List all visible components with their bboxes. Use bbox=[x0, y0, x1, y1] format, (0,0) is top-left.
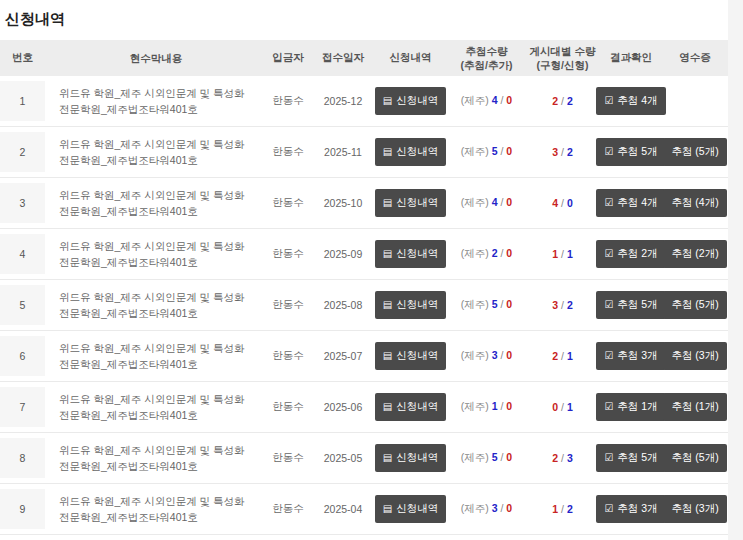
apply-detail-button-label: 신청내역 bbox=[396, 400, 438, 414]
lottery-count: 5 bbox=[492, 451, 498, 463]
table-row: 3 위드유 학원_제주 시외인문계 및 특성화 전문학원_제주법조타워401호 … bbox=[0, 178, 728, 229]
new-type-count: 2 bbox=[567, 299, 573, 311]
checkbox-checked-icon: ☑ bbox=[604, 504, 613, 514]
lottery-count: 1 bbox=[492, 400, 498, 412]
depositor: 한동수 bbox=[263, 76, 313, 126]
region-label: (제주) bbox=[461, 502, 489, 514]
lottery-quantity: (제주) 3 / 0 bbox=[448, 484, 525, 534]
apply-detail-button-label: 신청내역 bbox=[396, 349, 438, 363]
lottery-quantity: (제주) 4 / 0 bbox=[448, 178, 525, 228]
extra-count: 0 bbox=[506, 94, 512, 106]
result-check-button[interactable]: ☑ 추첨 5개 bbox=[596, 291, 665, 319]
result-check-button[interactable]: ☑ 추첨 4개 bbox=[596, 87, 665, 115]
separator: / bbox=[561, 452, 564, 464]
result-check-button-label: 추첨 5개 bbox=[617, 145, 657, 159]
region-label: (제주) bbox=[461, 400, 489, 412]
banner-content: 위드유 학원_제주 시외인문계 및 특성화 전문학원_제주법조타워401호 bbox=[45, 382, 263, 432]
header-board-line1: 게시대별 수량 bbox=[530, 44, 596, 58]
apply-detail-button[interactable]: ▤ 신청내역 bbox=[375, 291, 446, 319]
checkbox-checked-icon: ☑ bbox=[604, 249, 613, 259]
result-check-button[interactable]: ☑ 추첨 1개 bbox=[596, 393, 665, 421]
receipt-date: 2025-05 bbox=[313, 433, 373, 483]
row-number: 7 bbox=[0, 387, 45, 427]
apply-detail-button-label: 신청내역 bbox=[396, 145, 438, 159]
apply-detail-button[interactable]: ▤ 신청내역 bbox=[375, 495, 446, 523]
apply-detail-button[interactable]: ▤ 신청내역 bbox=[375, 138, 446, 166]
lottery-count: 5 bbox=[492, 298, 498, 310]
table-body: 1 위드유 학원_제주 시외인문계 및 특성화 전문학원_제주법조타워401호 … bbox=[0, 76, 728, 535]
depositor: 한동수 bbox=[263, 484, 313, 534]
receipt-button[interactable]: 추첨 (3개) bbox=[663, 495, 726, 523]
region-label: (제주) bbox=[461, 145, 489, 157]
new-type-count: 2 bbox=[567, 146, 573, 158]
separator: / bbox=[501, 247, 504, 259]
header-date: 접수일자 bbox=[313, 51, 373, 65]
checkbox-checked-icon: ☑ bbox=[604, 300, 613, 310]
new-type-count: 1 bbox=[567, 401, 573, 413]
result-check-button-label: 추첨 5개 bbox=[617, 451, 657, 465]
header-receipt: 영수증 bbox=[662, 51, 728, 65]
separator: / bbox=[561, 299, 564, 311]
row-number: 5 bbox=[0, 285, 45, 325]
extra-count: 0 bbox=[506, 298, 512, 310]
old-type-count: 2 bbox=[552, 452, 558, 464]
region-label: (제주) bbox=[461, 451, 489, 463]
result-check-button[interactable]: ☑ 추첨 5개 bbox=[596, 444, 665, 472]
row-number: 8 bbox=[0, 438, 45, 478]
apply-detail-button[interactable]: ▤ 신청내역 bbox=[375, 240, 446, 268]
result-check-button[interactable]: ☑ 추첨 5개 bbox=[596, 138, 665, 166]
receipt-button[interactable]: 추첨 (1개) bbox=[663, 393, 726, 421]
apply-detail-button-label: 신청내역 bbox=[396, 502, 438, 516]
receipt-button[interactable]: 추첨 (5개) bbox=[663, 444, 726, 472]
lottery-quantity: (제주) 5 / 0 bbox=[448, 127, 525, 177]
extra-count: 0 bbox=[506, 247, 512, 259]
old-type-count: 1 bbox=[552, 248, 558, 260]
receipt-date: 2025-10 bbox=[313, 178, 373, 228]
apply-detail-button[interactable]: ▤ 신청내역 bbox=[375, 189, 446, 217]
result-check-button[interactable]: ☑ 추첨 3개 bbox=[596, 342, 665, 370]
checkbox-checked-icon: ☑ bbox=[604, 96, 613, 106]
apply-detail-button[interactable]: ▤ 신청내역 bbox=[375, 342, 446, 370]
depositor: 한동수 bbox=[263, 433, 313, 483]
new-type-count: 3 bbox=[567, 452, 573, 464]
receipt-button[interactable]: 추첨 (2개) bbox=[663, 240, 726, 268]
separator: / bbox=[501, 196, 504, 208]
receipt-button[interactable]: 추첨 (4개) bbox=[663, 189, 726, 217]
receipt-button[interactable]: 추첨 (3개) bbox=[663, 342, 726, 370]
lottery-count: 4 bbox=[492, 94, 498, 106]
result-check-button[interactable]: ☑ 추첨 2개 bbox=[596, 240, 665, 268]
result-check-button[interactable]: ☑ 추첨 3개 bbox=[596, 495, 665, 523]
result-check-button[interactable]: ☑ 추첨 4개 bbox=[596, 189, 665, 217]
receipt-date: 2025-08 bbox=[313, 280, 373, 330]
apply-detail-button[interactable]: ▤ 신청내역 bbox=[375, 444, 446, 472]
row-number: 6 bbox=[0, 336, 45, 376]
result-check-button-label: 추첨 5개 bbox=[617, 298, 657, 312]
table-row: 5 위드유 학원_제주 시외인문계 및 특성화 전문학원_제주법조타워401호 … bbox=[0, 280, 728, 331]
depositor: 한동수 bbox=[263, 280, 313, 330]
apply-detail-button[interactable]: ▤ 신청내역 bbox=[375, 87, 446, 115]
separator: / bbox=[561, 95, 564, 107]
separator: / bbox=[501, 400, 504, 412]
list-icon: ▤ bbox=[383, 504, 392, 514]
header-lottery-line2: (추첨/추가) bbox=[461, 58, 513, 72]
banner-content: 위드유 학원_제주 시외인문계 및 특성화 전문학원_제주법조타워401호 bbox=[45, 76, 263, 126]
depositor: 한동수 bbox=[263, 331, 313, 381]
receipt-button[interactable]: 추첨 (5개) bbox=[663, 291, 726, 319]
apply-detail-button-label: 신청내역 bbox=[396, 451, 438, 465]
receipt-date: 2025-09 bbox=[313, 229, 373, 279]
checkbox-checked-icon: ☑ bbox=[604, 147, 613, 157]
banner-content: 위드유 학원_제주 시외인문계 및 특성화 전문학원_제주법조타워401호 bbox=[45, 229, 263, 279]
old-type-count: 1 bbox=[552, 503, 558, 515]
receipt-date: 2025-04 bbox=[313, 484, 373, 534]
checkbox-checked-icon: ☑ bbox=[604, 453, 613, 463]
table-header-row: 번호 현수막내용 입금자 접수일자 신청내역 추첨수량 (추첨/추가) 게시대별… bbox=[0, 40, 728, 76]
receipt-button[interactable]: 추첨 (5개) bbox=[663, 138, 726, 166]
lottery-count: 3 bbox=[492, 349, 498, 361]
receipt-button-label: 추첨 (5개) bbox=[671, 451, 718, 465]
apply-detail-button[interactable]: ▤ 신청내역 bbox=[375, 393, 446, 421]
board-quantity: 1 / 1 bbox=[525, 229, 600, 279]
apply-detail-button-label: 신청내역 bbox=[396, 247, 438, 261]
board-quantity: 3 / 2 bbox=[525, 127, 600, 177]
depositor: 한동수 bbox=[263, 127, 313, 177]
separator: / bbox=[561, 401, 564, 413]
